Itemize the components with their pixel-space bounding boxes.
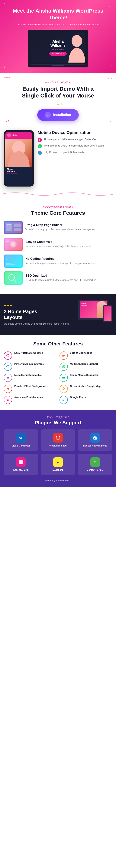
feat-label-3: Multi Language Support bbox=[70, 363, 98, 366]
feature-desc-2: Easy to Customize Awesome easy-to-use op… bbox=[25, 240, 91, 248]
svg-point-10 bbox=[11, 242, 15, 246]
install-button[interactable]: Installation bbox=[37, 109, 78, 121]
feature-desc-3: No Coding Required No need to be a profe… bbox=[25, 257, 96, 265]
svg-text:✉: ✉ bbox=[56, 461, 59, 464]
layouts-heading: 2 Home Pages Layouts bbox=[4, 309, 74, 320]
feature-thumb-1 bbox=[4, 221, 23, 234]
svg-rect-22 bbox=[62, 354, 65, 355]
feat-item-3: Multi Language Support bbox=[60, 363, 112, 371]
svg-rect-47 bbox=[21, 460, 23, 462]
layouts-star: ✦✦✦ bbox=[4, 304, 74, 308]
svg-rect-46 bbox=[19, 460, 21, 462]
feat-icon-1 bbox=[60, 351, 68, 360]
deco-star-1: ✦ bbox=[3, 65, 6, 69]
deco-wave-1: 〜 bbox=[110, 64, 112, 67]
feat-item-4: Mega Menu Compatible bbox=[4, 374, 57, 382]
svg-rect-7 bbox=[6, 226, 10, 226]
phone-preview-small bbox=[103, 305, 112, 322]
plugin-icon-mc: ✉ bbox=[53, 457, 63, 467]
svg-rect-49 bbox=[21, 462, 23, 464]
deco-arrow: ↗ bbox=[5, 118, 10, 124]
core-features-section: for easy website creation Theme Core Fea… bbox=[0, 199, 116, 294]
feat-label-9: Google Fonts bbox=[70, 396, 86, 399]
feature-num-2: 2 bbox=[38, 144, 42, 148]
plugin-card-3: Essential Grid bbox=[4, 454, 38, 475]
svg-rect-33 bbox=[63, 378, 64, 378]
plugins-grid: VC Visual Composer Revolution Slider bbox=[4, 429, 112, 475]
core-heading: Theme Core Features bbox=[4, 210, 112, 216]
svg-text:</>: </> bbox=[6, 258, 9, 260]
phone-img-area bbox=[5, 138, 32, 167]
svg-rect-6 bbox=[6, 224, 11, 225]
svg-rect-16 bbox=[6, 263, 11, 264]
mobile-phone: Alisha Alisha Williams personal website bbox=[4, 130, 34, 187]
plugin-name-1: Revolution Slider bbox=[49, 444, 67, 447]
mobile-section: Alisha Alisha Williams personal website … bbox=[0, 126, 116, 190]
deco-dot-2 bbox=[109, 6, 110, 7]
phone-tagline: personal website bbox=[5, 173, 32, 174]
laptop-content: Alisha Williams personal website Do You … bbox=[49, 39, 67, 56]
hero-title: Meet the Alisha Williams WordPress Theme… bbox=[4, 7, 112, 21]
other-features-section: Some Other Features Easy Automatic Updat… bbox=[0, 335, 116, 410]
feat-icon-8 bbox=[4, 396, 12, 404]
svg-rect-44 bbox=[94, 438, 95, 439]
feat-icon-2 bbox=[4, 363, 12, 371]
svg-marker-34 bbox=[6, 398, 9, 401]
svg-rect-45 bbox=[18, 459, 24, 465]
feat-label-4: Mega Menu Compatible bbox=[14, 374, 42, 377]
feat-icon-6 bbox=[4, 385, 12, 393]
hero-laptop: Alisha Williams personal website Do You … bbox=[28, 30, 88, 67]
feature-text-2: The theme uses Mobile Friendly sliders: … bbox=[44, 144, 105, 148]
other-features-heading: Some Other Features bbox=[4, 341, 112, 347]
plugins-cursive: free & compatible bbox=[4, 415, 112, 419]
mobile-feature-1: 1 Absolutely all scrollable sections sup… bbox=[38, 138, 112, 142]
phone-logo bbox=[7, 133, 11, 137]
feat-label-1: Lots of Shortcodes bbox=[70, 351, 92, 354]
svg-rect-13 bbox=[5, 255, 22, 267]
layouts-section: ✦✦✦ 2 Home Pages Layouts We create Sever… bbox=[0, 294, 116, 335]
svg-rect-29 bbox=[7, 379, 9, 379]
plugin-name-5: Contact Form 7 bbox=[87, 469, 103, 471]
core-feature-2: Easy to Customize Awesome easy-to-use op… bbox=[4, 238, 112, 251]
stars-deco: ✦ ✦ ✦ bbox=[4, 103, 112, 106]
plugin-name-0: Visual Composer bbox=[12, 444, 30, 447]
laptop-name: Alisha Williams bbox=[49, 39, 67, 48]
core-feature-4: SEO SEO Optimized HTML code integrated i… bbox=[4, 272, 112, 285]
laptop-screen: Alisha Williams personal website Do You … bbox=[31, 32, 85, 63]
laptop-cta: Do You Need a bbox=[49, 52, 67, 56]
feat-item-9: Aa Google Fonts bbox=[60, 396, 112, 404]
plugin-card-1: Revolution Slider bbox=[41, 429, 75, 451]
svg-rect-30 bbox=[62, 377, 65, 377]
deco-squiggle-1: 〜〜 bbox=[4, 76, 10, 80]
wave-separator bbox=[0, 190, 116, 199]
feat-item-8: Awesome Fontello Icons bbox=[4, 396, 57, 404]
feature-text-3: Fully Responsive layout & Retina Ready bbox=[44, 151, 84, 154]
feat-label-5: Sticky Menus Supported bbox=[70, 374, 99, 377]
svg-point-0 bbox=[72, 35, 82, 47]
svg-rect-32 bbox=[62, 378, 65, 379]
plugin-name-2: Booked Appointments bbox=[83, 444, 107, 447]
plugin-icon-ba bbox=[90, 433, 100, 442]
feat-icon-9: Aa bbox=[60, 396, 68, 404]
phone-screen: Alisha Alisha Williams personal website bbox=[5, 132, 32, 185]
svg-rect-24 bbox=[62, 356, 64, 356]
install-icon bbox=[45, 112, 51, 118]
svg-text:Aa: Aa bbox=[62, 399, 65, 401]
laptop-bottom bbox=[31, 64, 85, 65]
feat-item-6: Parallax Effect Backgrounds bbox=[4, 385, 57, 393]
install-heading: Easily Import Demo With a Single Click o… bbox=[4, 86, 112, 99]
feat-label-0: Easy Automatic Updates bbox=[14, 351, 43, 354]
feature-thumb-3: </> bbox=[4, 254, 23, 268]
plugins-heading: Plugins We Support bbox=[4, 420, 112, 426]
plugins-section: free & compatible Plugins We Support VC … bbox=[0, 410, 116, 487]
plugin-icon-eg bbox=[16, 457, 26, 467]
svg-rect-41 bbox=[93, 437, 97, 439]
svg-rect-27 bbox=[6, 377, 9, 378]
feat-item-7: Customizable Google Map bbox=[60, 385, 112, 393]
deco-dot-1 bbox=[4, 3, 5, 4]
feature-text-1: Absolutely all scrollable sections suppo… bbox=[44, 138, 97, 141]
feature-num-1: 1 bbox=[38, 138, 42, 142]
svg-rect-43 bbox=[95, 436, 96, 437]
core-cursive: for easy website creation bbox=[4, 205, 112, 209]
mobile-feature-2: 2 The theme uses Mobile Friendly sliders… bbox=[38, 144, 112, 148]
